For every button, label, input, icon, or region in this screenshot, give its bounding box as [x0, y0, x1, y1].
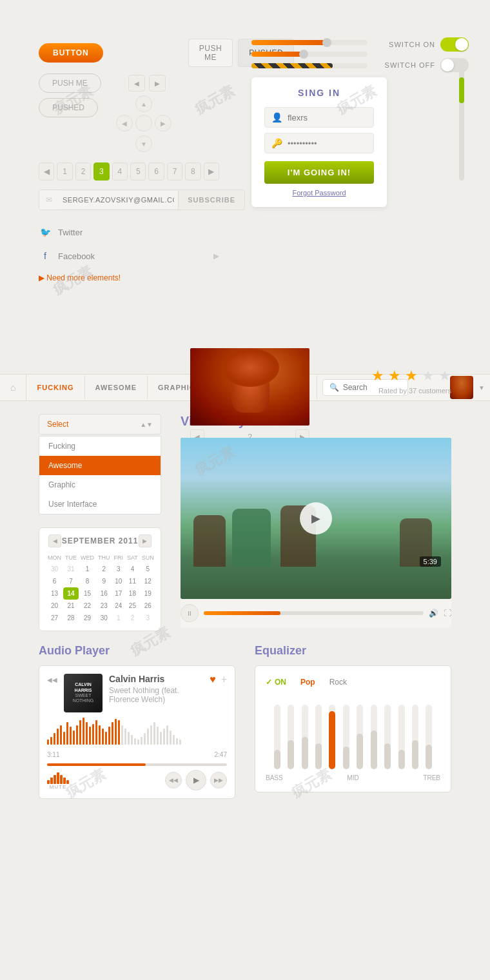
signin-button[interactable]: I'M GOING IN! [264, 161, 374, 184]
eq-preset-pop[interactable]: Pop [297, 676, 319, 688]
pushed-label-button[interactable]: PUSHED [39, 98, 98, 117]
progress-thumb-1[interactable] [322, 38, 331, 47]
cal-day[interactable]: 16 [96, 587, 112, 600]
arrow-left-button[interactable]: ◀ [128, 75, 145, 92]
video-pause-button[interactable]: ⏸ [181, 604, 199, 622]
progress-thumb-2[interactable] [299, 50, 308, 59]
add-button[interactable]: + [221, 674, 227, 685]
cal-day[interactable]: 9 [96, 575, 112, 587]
username-input[interactable] [288, 113, 367, 122]
star-4[interactable]: ★ [422, 368, 435, 384]
favorite-button[interactable]: ♥ [210, 674, 216, 685]
eq-preset-rock[interactable]: Rock [326, 676, 351, 688]
page-8[interactable]: 8 [185, 162, 201, 181]
page-prev-button[interactable]: ◀ [39, 162, 54, 181]
page-7[interactable]: 7 [167, 162, 182, 181]
cal-day[interactable]: 18 [125, 587, 140, 600]
cal-day[interactable]: 4 [125, 563, 140, 575]
forgot-password-link[interactable]: Forgot Password [264, 189, 374, 197]
v-nav-left[interactable]: ◀ [116, 115, 133, 132]
nav-item-fucking[interactable]: FUCKING [26, 376, 84, 399]
cal-day[interactable]: 22 [79, 600, 96, 612]
eq-bar-wrap[interactable] [328, 698, 337, 769]
eq-bar-wrap[interactable] [313, 698, 323, 769]
select-dropdown[interactable]: Select ▲▼ [39, 414, 161, 435]
eq-bar-wrap[interactable] [382, 698, 392, 769]
subscribe-button[interactable]: SUBSCRIBE [178, 191, 244, 209]
dropdown-item-graphic[interactable]: Graphic [39, 475, 161, 495]
nav-item-awesome[interactable]: AWESOME [85, 376, 148, 399]
video-progress-bar[interactable] [204, 611, 424, 615]
dropdown-item-fucking[interactable]: Fucking [39, 436, 161, 456]
star-5[interactable]: ★ [438, 368, 451, 384]
cal-day[interactable]: 5 [140, 563, 156, 575]
eq-bar-wrap[interactable] [397, 698, 406, 769]
cal-day[interactable]: 2 [125, 612, 140, 624]
cal-day[interactable]: 6 [46, 575, 63, 587]
twitter-link[interactable]: 🐦 Twitter [39, 220, 219, 244]
v-nav-down[interactable]: ▼ [135, 135, 152, 152]
cal-day[interactable]: 25 [125, 600, 140, 612]
cal-day[interactable]: 11 [125, 575, 140, 587]
cal-day[interactable]: 17 [112, 587, 126, 600]
page-next-button[interactable]: ▶ [204, 162, 219, 181]
cal-day[interactable]: 20 [46, 600, 63, 612]
push-me-ghost-button[interactable]: PUSH ME [39, 74, 101, 93]
cal-day[interactable]: 27 [46, 612, 63, 624]
cal-day[interactable]: 12 [140, 575, 156, 587]
eq-bar-wrap[interactable] [286, 698, 295, 769]
cal-day[interactable]: 29 [79, 612, 96, 624]
cal-day[interactable]: 30 [96, 612, 112, 624]
cal-day[interactable]: 26 [140, 600, 156, 612]
cal-today[interactable]: 14 [63, 587, 79, 600]
calendar-next-button[interactable]: ▶ [139, 534, 152, 547]
switch-off-toggle[interactable] [440, 58, 469, 72]
switch-on-toggle[interactable] [440, 37, 469, 52]
cal-day[interactable]: 10 [112, 575, 126, 587]
star-2[interactable]: ★ [388, 368, 401, 384]
need-more-link[interactable]: Need more elements! [39, 273, 219, 282]
eq-bar-wrap[interactable] [300, 698, 309, 769]
cal-day[interactable]: 3 [112, 563, 126, 575]
cal-day[interactable]: 7 [63, 575, 79, 587]
page-1[interactable]: 1 [57, 162, 72, 181]
star-3[interactable]: ★ [405, 368, 418, 384]
cal-day[interactable]: 30 [46, 563, 63, 575]
audio-forward-button[interactable]: ▶▶ [210, 772, 227, 789]
eq-bar-wrap[interactable] [355, 698, 365, 769]
v-nav-up[interactable]: ▲ [135, 95, 152, 112]
push-me-button[interactable]: PUSH ME [188, 39, 233, 67]
cal-day[interactable]: 8 [79, 575, 96, 587]
eq-bar-wrap[interactable] [369, 698, 378, 769]
cal-day[interactable]: 1 [79, 563, 96, 575]
cal-day[interactable]: 24 [112, 600, 126, 612]
nav-avatar-dropdown[interactable]: ▼ [473, 384, 490, 391]
page-3-active[interactable]: 3 [93, 162, 109, 181]
dropdown-item-awesome[interactable]: Awesome [39, 456, 161, 475]
star-1[interactable]: ★ [371, 368, 384, 384]
password-input[interactable] [288, 139, 367, 148]
eq-bar-wrap[interactable] [424, 698, 434, 769]
nav-home-button[interactable]: ⌂ [0, 375, 26, 400]
eq-bar-wrap[interactable] [272, 698, 282, 769]
cal-day[interactable]: 15 [79, 587, 96, 600]
video-play-button[interactable]: ▶ [300, 502, 332, 534]
dropdown-item-user-interface[interactable]: User Interface [39, 495, 161, 514]
eq-bar-wrap[interactable] [341, 698, 351, 769]
cal-day[interactable]: 31 [63, 563, 79, 575]
page-4[interactable]: 4 [112, 162, 128, 181]
audio-rewind-button[interactable]: ◀◀ [165, 772, 182, 789]
page-5[interactable]: 5 [130, 162, 146, 181]
audio-progress-bar[interactable] [47, 763, 227, 766]
page-6[interactable]: 6 [148, 162, 164, 181]
cal-day[interactable]: 19 [140, 587, 156, 600]
arrow-right-button[interactable]: ▶ [149, 75, 166, 92]
eq-bar-wrap[interactable] [410, 698, 420, 769]
facebook-link[interactable]: f Facebook ▶ [39, 244, 219, 268]
cal-day[interactable]: 23 [96, 600, 112, 612]
calendar-prev-button[interactable]: ◀ [48, 534, 61, 547]
audio-prev-button[interactable]: ◀◀ [47, 674, 57, 683]
video-fullscreen-button[interactable]: ⛶ [444, 609, 451, 618]
audio-play-button[interactable]: ▶ [186, 770, 206, 790]
video-volume-button[interactable]: 🔊 [429, 609, 438, 618]
